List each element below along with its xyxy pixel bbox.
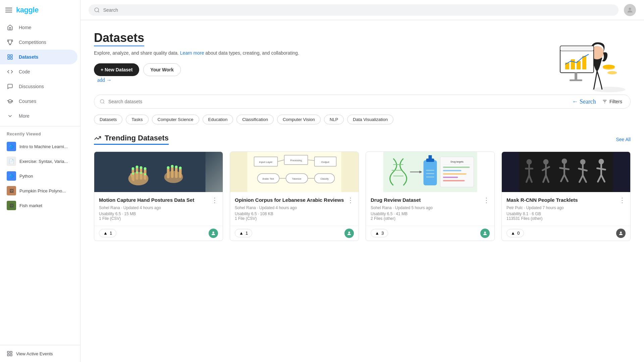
svg-rect-3	[11, 58, 12, 59]
svg-point-38	[140, 166, 143, 169]
card-footer-opinion-corpus: ▲ 1	[230, 226, 359, 241]
search-input[interactable]	[103, 7, 613, 13]
recent-thumb-exercise: 📄	[7, 157, 16, 166]
svg-point-51	[175, 166, 178, 168]
card-img-mask-rcnn	[502, 152, 630, 192]
card-footer-drug-review: ▲ 3	[366, 226, 494, 241]
see-all-link[interactable]: See All	[616, 137, 631, 142]
content-area: Datasets Explore, analyze, and share qua…	[80, 20, 644, 252]
user-avatar[interactable]	[624, 4, 636, 16]
card-author-avatar-opinion-corpus	[344, 229, 354, 238]
vote-count-drug-review: 3	[381, 231, 384, 236]
learn-more-link[interactable]: Learn more	[180, 50, 204, 56]
svg-rect-89	[443, 177, 458, 178]
your-work-button[interactable]: Your Work	[143, 63, 181, 76]
recent-item-exercise[interactable]: 📄 Exercise: Syntax, Varia...	[0, 154, 80, 169]
card-motion-capture[interactable]: Motion Capture Hand Postures Data Set ⋮ …	[94, 152, 223, 241]
chip-computer-science[interactable]: Computer Science	[152, 115, 199, 124]
sidebar-item-courses-label: Courses	[19, 99, 36, 104]
filters-button[interactable]: Filters	[599, 98, 625, 106]
svg-point-23	[607, 71, 617, 74]
svg-rect-14	[560, 46, 594, 51]
svg-text:Processing: Processing	[290, 159, 302, 162]
card-meta-opinion-corpus: Sohel Rana · Updated 4 hours ago	[235, 205, 354, 210]
sidebar-item-home[interactable]: Home	[0, 20, 77, 35]
svg-rect-76	[424, 160, 437, 185]
sidebar-bottom: View Active Events	[0, 345, 80, 362]
chip-datasets[interactable]: Datasets	[94, 115, 122, 124]
card-meta-drug-review: Sohel Rana · Updated 5 hours ago	[371, 205, 490, 210]
recent-item-intro-ml[interactable]: 🔷 Intro to Machine Learni...	[0, 139, 80, 154]
card-title-drug-review: Drug Review Dataset	[371, 197, 421, 203]
vote-button-drug-review[interactable]: ▲ 3	[371, 229, 388, 237]
svg-point-22	[603, 65, 615, 69]
search-bar[interactable]	[89, 4, 619, 16]
vote-count-mask-rcnn: 0	[517, 231, 520, 236]
sidebar-item-datasets[interactable]: Datasets	[0, 50, 77, 64]
upvote-icon-2: ▲	[239, 231, 244, 236]
svg-point-50	[171, 165, 174, 168]
recent-items-list: 🔷 Intro to Machine Learni... 📄 Exercise:…	[0, 139, 80, 213]
card-author-avatar-motion-capture	[209, 229, 218, 238]
sidebar-item-more[interactable]: More	[0, 109, 77, 123]
recent-item-fish[interactable]: 🖼 Fish market	[0, 198, 80, 213]
chip-computer-vision[interactable]: Computer Vision	[277, 115, 321, 124]
recent-item-pumpkin[interactable]: 🖼 Pumpkin Price Polyno...	[0, 183, 80, 198]
upvote-icon-4: ▲	[511, 231, 515, 236]
vote-button-opinion-corpus[interactable]: ▲ 1	[235, 229, 252, 237]
svg-point-91	[484, 231, 486, 233]
chip-nlp[interactable]: NLP	[324, 115, 344, 124]
recent-thumb-pumpkin: 🖼	[7, 186, 16, 195]
card-drug-review[interactable]: Drug targets Drug Review Dataset ⋮	[366, 152, 495, 241]
view-active-events-link[interactable]: View Active Events	[7, 351, 73, 357]
card-more-button-drug-review[interactable]: ⋮	[483, 197, 490, 203]
search-icon	[94, 7, 100, 13]
chip-education[interactable]: Education	[203, 115, 233, 124]
sidebar-item-courses[interactable]: Courses	[0, 94, 77, 109]
handwriting-note: add →	[97, 77, 112, 83]
recent-item-python-label: Python	[19, 174, 33, 179]
card-more-button-mask-rcnn[interactable]: ⋮	[619, 197, 626, 203]
svg-rect-90	[443, 180, 465, 181]
recent-item-python[interactable]: 🔷 Python	[0, 169, 80, 183]
svg-point-49	[167, 166, 170, 169]
search-datasets-bar[interactable]: ← Search Filters	[94, 95, 631, 109]
action-buttons: + New Dataset Your Work	[94, 63, 543, 76]
svg-rect-4	[7, 351, 9, 353]
search-datasets-input[interactable]	[108, 99, 569, 104]
datasets-icon	[7, 54, 13, 60]
card-files-motion-capture: 1 File (CSV)	[99, 216, 218, 221]
card-more-button-opinion-corpus[interactable]: ⋮	[347, 197, 354, 203]
chip-tasks[interactable]: Tasks	[126, 115, 148, 124]
svg-rect-47	[175, 167, 178, 178]
svg-point-98	[620, 231, 622, 233]
card-more-button-motion-capture[interactable]: ⋮	[211, 197, 218, 203]
svg-rect-0	[8, 55, 9, 56]
svg-text:Arabic Text: Arabic Text	[262, 178, 274, 180]
new-dataset-button[interactable]: + New Dataset	[94, 63, 139, 76]
chip-data-visualization[interactable]: Data Visualization	[347, 115, 393, 124]
svg-point-40	[132, 173, 134, 175]
svg-rect-92	[519, 152, 613, 192]
card-usability-drug-review: Usability 6.5 · 41 MB	[371, 212, 490, 216]
card-mask-rcnn[interactable]: Mask R-CNN People Tracklets ⋮ Petr Pulc …	[501, 152, 631, 241]
card-files-drug-review: 2 Files (other)	[371, 216, 490, 221]
sidebar-item-competitions[interactable]: Competitions	[0, 35, 77, 50]
card-files-mask-rcnn: 113531 Files (other)	[506, 216, 626, 221]
sidebar-item-discussions[interactable]: Discussions	[0, 79, 77, 94]
chip-classification[interactable]: Classification	[236, 115, 274, 124]
trending-section-header: Trending Datasets See All	[94, 134, 631, 145]
trending-icon	[94, 134, 101, 142]
vote-button-mask-rcnn[interactable]: ▲ 0	[506, 229, 524, 237]
card-opinion-corpus[interactable]: Input Layer Processing Output Arabic Tex…	[230, 152, 359, 241]
recently-viewed-label: Recently Viewed	[0, 129, 80, 139]
hamburger-icon[interactable]	[5, 8, 12, 12]
sidebar-item-code[interactable]: Code	[0, 64, 77, 79]
vote-button-motion-capture[interactable]: ▲ 1	[99, 229, 116, 237]
svg-point-52	[179, 167, 182, 169]
svg-rect-6	[7, 354, 9, 356]
svg-point-41	[136, 172, 138, 174]
card-usability-motion-capture: Usability 6.5 · 15 MB	[99, 212, 218, 216]
upvote-icon: ▲	[103, 231, 108, 236]
svg-point-71	[348, 231, 350, 233]
